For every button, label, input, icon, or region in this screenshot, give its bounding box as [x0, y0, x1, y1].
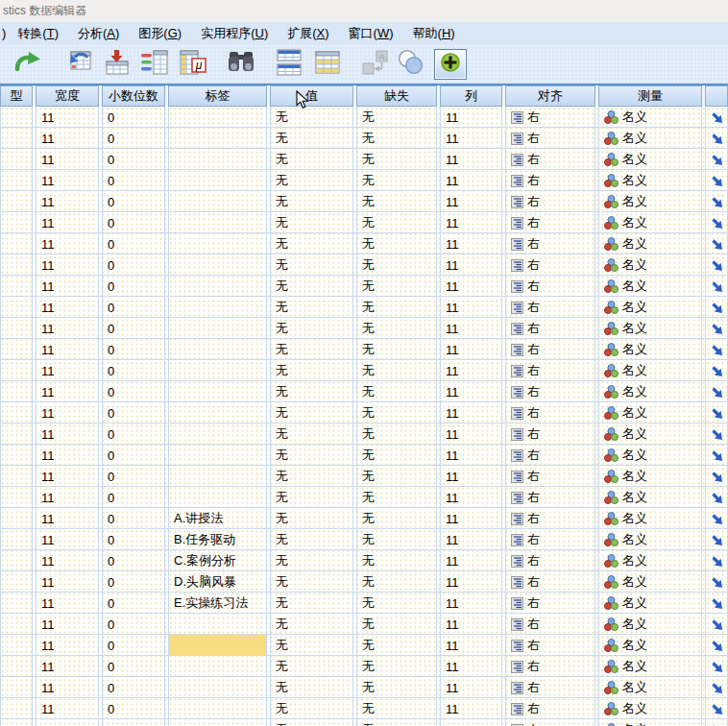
cell-width[interactable]: 11 [36, 360, 99, 381]
cell-role[interactable]: 输入 [705, 445, 728, 466]
cell-columns[interactable]: 11 [440, 529, 502, 550]
cell-align[interactable]: 右 [505, 677, 595, 698]
cell-width[interactable]: 11 [36, 487, 99, 508]
cell-role[interactable]: 输入 [705, 677, 728, 698]
cell-label[interactable]: C.案例分析 [168, 550, 267, 571]
cell-align[interactable]: 右 [505, 212, 595, 233]
cell-measure[interactable]: 名义 [598, 571, 702, 593]
cell-type[interactable] [0, 550, 33, 571]
cell-width[interactable]: 11 [36, 571, 99, 593]
menu-item-partial[interactable]: ) [0, 26, 8, 40]
cell-label[interactable] [168, 677, 267, 698]
cell-columns[interactable]: 11 [440, 318, 502, 339]
cell-values[interactable]: 无 [270, 276, 353, 297]
cell-label[interactable] [168, 381, 267, 402]
cell-align[interactable]: 右 [505, 107, 595, 128]
cell-align[interactable]: 右 [505, 297, 595, 318]
cell-values[interactable]: 无 [270, 571, 353, 593]
cell-columns[interactable]: 11 [440, 424, 502, 445]
cell-role[interactable]: 输入 [705, 571, 728, 593]
cell-type[interactable] [0, 128, 33, 149]
cell-values[interactable]: 无 [270, 677, 353, 698]
cell-values[interactable]: 无 [270, 487, 353, 508]
cell-width[interactable]: 11 [36, 381, 99, 402]
cell-label[interactable] [168, 614, 267, 635]
cell-type[interactable] [0, 635, 33, 656]
cell-type[interactable] [0, 614, 33, 635]
cell-columns[interactable]: 11 [440, 254, 502, 276]
cell-align[interactable]: 右 [505, 254, 595, 276]
cell-measure[interactable]: 名义 [598, 233, 702, 254]
cell-columns[interactable]: 11 [440, 402, 502, 424]
cell-align[interactable]: 右 [505, 466, 595, 487]
cell-role[interactable]: 输入 [705, 424, 728, 445]
cell-measure[interactable]: 名义 [598, 381, 702, 402]
cell-align[interactable]: 右 [505, 487, 595, 508]
cell-missing[interactable]: 无 [356, 402, 437, 424]
cell-decimals[interactable]: 0 [102, 212, 165, 233]
cell-columns[interactable]: 11 [440, 360, 502, 381]
cell-missing[interactable]: 无 [356, 508, 437, 529]
cell-role[interactable]: 输入 [705, 233, 728, 254]
cell-missing[interactable]: 无 [356, 360, 437, 381]
cell-type[interactable] [0, 508, 33, 529]
cell-missing[interactable]: 无 [356, 677, 437, 698]
cell-width[interactable]: 11 [36, 212, 99, 233]
cell-columns[interactable]: 11 [440, 656, 502, 677]
cell-type[interactable] [0, 149, 33, 170]
cell-missing[interactable]: 无 [356, 318, 437, 339]
cell-label[interactable] [168, 424, 267, 445]
cell-width[interactable]: 11 [36, 128, 99, 149]
cell-missing[interactable]: 无 [356, 297, 437, 318]
cell-label[interactable]: A.讲授法 [168, 508, 267, 529]
cell-missing[interactable]: 无 [356, 381, 437, 402]
cell-measure[interactable]: 名义 [598, 107, 702, 128]
cell-align[interactable]: 右 [505, 614, 595, 635]
cell-width[interactable]: 11 [36, 107, 99, 128]
cell-measure[interactable]: 名义 [598, 402, 702, 424]
use-variable-sets-button[interactable] [394, 49, 426, 80]
menu-item-x[interactable]: 扩展(X) [287, 25, 328, 42]
cell-type[interactable] [0, 339, 33, 360]
cell-role[interactable]: 输入 [705, 635, 728, 656]
cell-width[interactable]: 11 [36, 233, 99, 254]
cell-decimals[interactable]: 0 [102, 466, 165, 487]
cell-label[interactable] [168, 212, 267, 233]
cell-align[interactable]: 右 [505, 149, 595, 170]
cell-role[interactable]: 输入 [705, 360, 728, 381]
cell-width[interactable]: 11 [36, 508, 99, 529]
cell-decimals[interactable]: 0 [102, 677, 165, 698]
cell-columns[interactable]: 11 [440, 445, 502, 466]
cell-measure[interactable]: 名义 [598, 276, 702, 297]
cell-width[interactable]: 11 [36, 149, 99, 170]
cell-values[interactable]: 无 [270, 698, 353, 719]
cell-type[interactable] [0, 233, 33, 254]
cell-align[interactable]: 右 [505, 276, 595, 297]
find-button[interactable] [225, 49, 257, 80]
cell-missing[interactable]: 无 [356, 593, 437, 614]
cell-align[interactable]: 右 [505, 318, 595, 339]
cell-values[interactable]: 无 [270, 614, 353, 635]
cell-role[interactable]: 输入 [705, 107, 728, 128]
cell-columns[interactable]: 11 [440, 593, 502, 614]
cell-measure[interactable]: 名义 [598, 593, 702, 614]
cell-width[interactable]: 11 [36, 635, 99, 656]
cell-width[interactable]: 11 [36, 297, 99, 318]
cell-columns[interactable]: 11 [440, 466, 502, 487]
cell-columns[interactable]: 11 [440, 487, 502, 508]
cell-values[interactable]: 无 [270, 170, 353, 191]
cell-columns[interactable]: 11 [440, 677, 502, 698]
cell-measure[interactable]: 名义 [598, 445, 702, 466]
cell-values[interactable]: 无 [270, 212, 353, 233]
cell-missing[interactable]: 无 [356, 571, 437, 593]
cell-label[interactable] [168, 402, 267, 424]
cell-role[interactable]: 输入 [705, 297, 728, 318]
cell-align[interactable]: 右 [505, 508, 595, 529]
cell-values[interactable]: 无 [270, 529, 353, 550]
cell-role[interactable]: 输入 [705, 318, 728, 339]
cell-label[interactable] [168, 339, 267, 360]
cell-role[interactable]: 输入 [705, 402, 728, 424]
cell-missing[interactable]: 无 [356, 170, 437, 191]
cell-role[interactable]: 输入 [705, 698, 728, 719]
cell-values[interactable]: 无 [270, 149, 353, 170]
